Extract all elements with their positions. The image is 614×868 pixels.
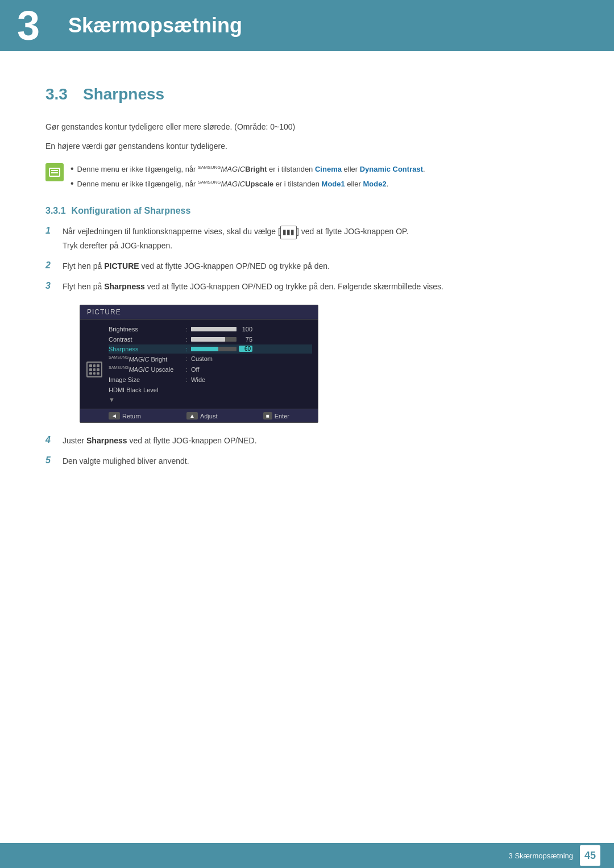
step-number-4: 4 — [45, 435, 58, 445]
item-value-magic-bright: Custom — [191, 355, 213, 362]
note-content: • Denne menu er ikke tilgængelig, når SA… — [70, 163, 569, 193]
bullet-dot-2: • — [70, 179, 74, 188]
item-value-magic-upscale: Off — [191, 366, 199, 373]
step-text-4: Juster Sharpness ved at flytte JOG-knapp… — [63, 434, 569, 447]
step-text-5: Den valgte mulighed bliver anvendt. — [63, 455, 569, 467]
footer-enter: ■ Enter — [263, 412, 289, 420]
step-2: 2 Flyt hen på PICTURE ved at flytte JOG-… — [45, 260, 569, 272]
note-bullet-2: • Denne menu er ikke tilgængelig, når SA… — [70, 178, 569, 190]
footer-return: ◄ Return — [109, 412, 141, 420]
item-name-hdmi-black: HDMI Black Level — [109, 387, 182, 393]
chapter-number-box: 3 — [0, 0, 57, 51]
note-bullet-1: • Denne menu er ikke tilgængelig, når SA… — [70, 163, 569, 176]
chapter-number: 3 — [17, 5, 40, 46]
item-name-magic-upscale: SAMSUNGMAGIC Upscale — [109, 366, 182, 373]
jog-icon — [86, 362, 102, 377]
step-text-1: Når vejledningen til funktionsknapperne … — [63, 225, 569, 252]
step-text-3: Flyt hen på Sharpness ved at flytte JOG-… — [63, 280, 569, 293]
item-value-image-size: Wide — [191, 376, 205, 383]
sharpness-bar: 60 — [191, 346, 252, 352]
section-number: 3.3 — [45, 85, 74, 103]
step-number-5: 5 — [45, 455, 58, 466]
footer-chapter-label: 3 Skærmopsætning — [509, 852, 573, 860]
note-icon — [45, 163, 64, 181]
subsection-title: Konfiguration af Sharpness — [72, 206, 191, 216]
body-paragraph-2: En højere værdi gør genstandens kontur t… — [45, 140, 569, 152]
bullet-dot-1: • — [70, 164, 74, 173]
item-name-image-size: Image Size — [109, 376, 182, 383]
menu-item-contrast: Contrast : 75 — [109, 334, 312, 344]
footer-adjust: ▲ Adjust — [186, 412, 217, 420]
item-name-magic-bright: SAMSUNGMAGIC Bright — [109, 355, 182, 363]
item-name-contrast: Contrast — [109, 336, 182, 343]
step-number-2: 2 — [45, 260, 58, 271]
footer-page-number: 45 — [580, 845, 600, 866]
item-name-brightness: Brightness — [109, 326, 182, 333]
menu-item-magic-upscale: SAMSUNGMAGIC Upscale : Off — [109, 364, 312, 375]
step-number-1: 1 — [45, 226, 58, 236]
step-4: 4 Juster Sharpness ved at flytte JOG-kna… — [45, 434, 569, 447]
note-text-2: Denne menu er ikke tilgængelig, når SAMS… — [77, 178, 389, 190]
item-name-sharpness: Sharpness — [109, 346, 182, 352]
menu-items: Brightness : 100 Contrast : — [109, 324, 318, 404]
step-1: 1 Når vejledningen til funktionsknappern… — [45, 225, 569, 252]
chapter-header: 3 Skærmopsætning — [0, 0, 614, 51]
main-content: 3.3 Sharpness Gør genstandes kontur tyde… — [0, 51, 614, 510]
page-footer: 3 Skærmopsætning 45 — [0, 843, 614, 868]
menu-footer: ◄ Return ▲ Adjust ■ Enter — [80, 409, 318, 422]
step-5: 5 Den valgte mulighed bliver anvendt. — [45, 455, 569, 467]
menu-item-image-size: Image Size : Wide — [109, 375, 312, 385]
note-text-1: Denne menu er ikke tilgængelig, når SAMS… — [77, 164, 425, 176]
menu-screenshot: PICTURE Brightness — [80, 305, 318, 423]
scroll-indicator: ▼ — [109, 395, 312, 404]
section-heading: 3.3 Sharpness — [45, 85, 569, 103]
brightness-bar: 100 — [191, 326, 252, 333]
section-title: Sharpness — [83, 85, 164, 103]
step-3: 3 Flyt hen på Sharpness ved at flytte JO… — [45, 280, 569, 293]
menu-item-magic-bright: SAMSUNGMAGIC Bright : Custom — [109, 354, 312, 364]
body-paragraph-1: Gør genstandes kontur tydeligere eller m… — [45, 121, 569, 133]
contrast-bar: 75 — [191, 336, 252, 343]
subsection-number: 3.3.1 — [45, 206, 66, 216]
menu-title-bar: PICTURE — [80, 305, 318, 319]
menu-icon-col — [80, 324, 109, 404]
note-box: • Denne menu er ikke tilgængelig, når SA… — [45, 163, 569, 193]
step-number-3: 3 — [45, 281, 58, 291]
menu-item-hdmi-black: HDMI Black Level — [109, 385, 312, 395]
menu-item-brightness: Brightness : 100 — [109, 324, 312, 334]
chapter-title: Skærmopsætning — [57, 14, 242, 38]
menu-body: Brightness : 100 Contrast : — [80, 319, 318, 409]
step-text-2: Flyt hen på PICTURE ved at flytte JOG-kn… — [63, 260, 569, 272]
note-icon-pencil — [49, 168, 60, 177]
menu-item-sharpness: Sharpness : 60 — [109, 344, 312, 354]
subsection-heading: 3.3.1 Konfiguration af Sharpness — [45, 206, 569, 216]
